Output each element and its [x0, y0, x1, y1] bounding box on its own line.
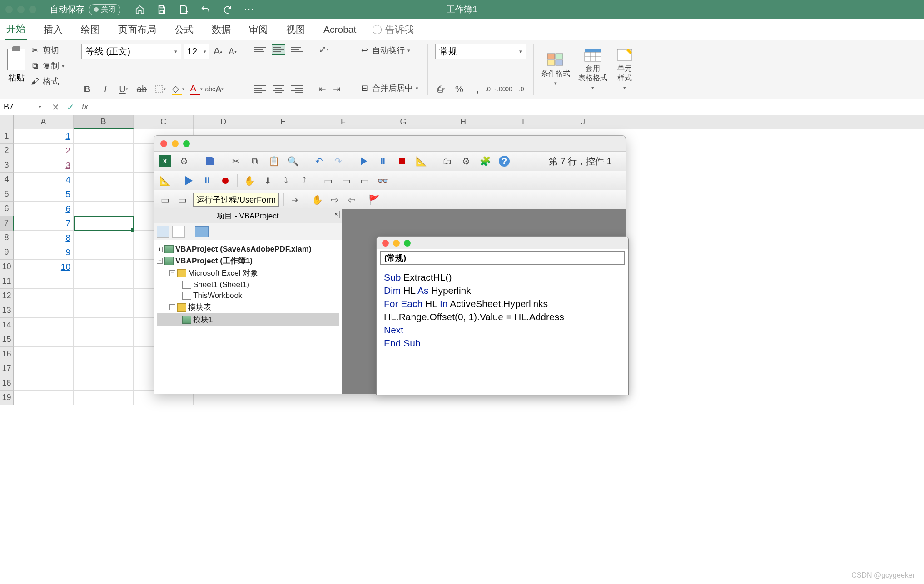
align-right-icon[interactable]	[290, 84, 303, 94]
cell[interactable]: 9	[14, 245, 74, 260]
col-header[interactable]: G	[373, 115, 433, 129]
col-header[interactable]: B	[74, 115, 134, 129]
close-window-icon[interactable]	[5, 6, 13, 13]
row-header[interactable]: 16	[0, 347, 14, 361]
bold-button[interactable]: B	[81, 83, 93, 95]
tab-formulas[interactable]: 公式	[173, 20, 195, 40]
cell[interactable]	[74, 158, 134, 173]
name-box[interactable]: B7▾	[0, 99, 45, 115]
cell[interactable]	[74, 245, 134, 260]
row-header[interactable]: 8	[0, 231, 14, 245]
cell-styles-button[interactable]: 单元 样式▾	[616, 48, 634, 91]
cut-icon[interactable]: ✂	[229, 155, 242, 168]
wrap-text-button[interactable]: ↩自动换行▾	[358, 44, 420, 57]
increase-indent-icon[interactable]: ⇥	[331, 83, 343, 95]
col-header[interactable]: H	[433, 115, 493, 129]
tab-home[interactable]: 开始	[5, 19, 27, 40]
row-header[interactable]: 15	[0, 332, 14, 347]
paste-icon[interactable]: 📋	[268, 155, 280, 168]
bookmark-icon[interactable]: 🚩	[368, 193, 380, 206]
cell[interactable]	[74, 361, 134, 376]
redo-icon[interactable]	[221, 4, 233, 15]
cell[interactable]	[14, 332, 74, 347]
tree-sheet[interactable]: Sheet1 (Sheet1)	[157, 279, 339, 290]
col-header[interactable]: I	[493, 115, 553, 129]
cell[interactable]	[74, 391, 134, 405]
object-browser-icon[interactable]: 🧩	[479, 155, 492, 168]
row-header[interactable]: 14	[0, 318, 14, 332]
tree-project[interactable]: −VBAProject (工作簿1)	[157, 255, 339, 267]
project-explorer-icon[interactable]: 🗂	[441, 155, 453, 168]
toggle-breakpoint-icon[interactable]: ✋	[243, 174, 256, 187]
orientation-button[interactable]: ⤢▾	[318, 44, 330, 55]
cell[interactable]	[74, 144, 134, 158]
stop-icon[interactable]	[396, 155, 408, 168]
increase-font-icon[interactable]: A▴	[212, 45, 224, 57]
undo-icon[interactable]	[199, 4, 211, 15]
row-header[interactable]: 17	[0, 361, 14, 376]
row-header[interactable]: 13	[0, 303, 14, 318]
table-format-button[interactable]: 套用 表格格式▾	[578, 48, 607, 91]
col-header[interactable]: C	[134, 115, 194, 129]
tab-draw[interactable]: 绘图	[79, 20, 102, 40]
tab-data[interactable]: 数据	[210, 20, 233, 40]
conditional-format-button[interactable]: 条件格式▾	[541, 53, 570, 86]
cell[interactable]	[14, 376, 74, 391]
cell[interactable]: 8	[14, 231, 74, 245]
hand-icon[interactable]: ✋	[311, 193, 323, 206]
design-mode-icon[interactable]: 📐	[415, 155, 427, 168]
cell[interactable]	[74, 260, 134, 274]
autosave-switch[interactable]: 关闭	[89, 4, 120, 15]
cell[interactable]	[74, 129, 134, 144]
view-object-tab[interactable]	[172, 226, 185, 238]
tell-me-search[interactable]: 告诉我	[373, 23, 414, 36]
redo-icon[interactable]: ↷	[332, 155, 344, 168]
save-icon[interactable]	[156, 4, 168, 15]
col-header[interactable]: A	[14, 115, 74, 129]
cell[interactable]: 2	[14, 144, 74, 158]
run-icon[interactable]	[358, 155, 370, 168]
minimize-icon[interactable]	[172, 140, 179, 147]
col-header[interactable]: F	[313, 115, 373, 129]
font-name-select[interactable]: 等线 (正文)▾	[81, 44, 181, 59]
copy-icon[interactable]: ⧉	[248, 155, 261, 168]
indent-icon[interactable]: ⇥	[288, 193, 301, 206]
close-icon[interactable]	[382, 240, 389, 247]
tree-workbook[interactable]: ThisWorkbook	[157, 290, 339, 301]
row-header[interactable]: 18	[0, 376, 14, 391]
list-constants-icon[interactable]: ▭	[176, 193, 189, 206]
row-header[interactable]: 1	[0, 129, 14, 144]
font-size-select[interactable]: 12▾	[184, 44, 209, 59]
design-icon[interactable]: 📐	[159, 174, 171, 187]
locals-icon[interactable]: ▭	[322, 174, 334, 187]
percent-button[interactable]: %	[453, 83, 465, 95]
toggle-folders-icon[interactable]	[195, 226, 209, 237]
code-object-dropdown[interactable]: (常规)	[380, 251, 625, 265]
run-sub-icon[interactable]	[183, 174, 195, 187]
help-icon[interactable]: ?	[498, 155, 511, 168]
cell[interactable]: 3	[14, 158, 74, 173]
fx-icon[interactable]: fx	[82, 102, 88, 112]
comma-button[interactable]: ,	[472, 83, 483, 95]
close-icon[interactable]	[160, 140, 167, 147]
view-code-tab[interactable]	[157, 226, 169, 238]
copy-button[interactable]: ⧉复制▾	[28, 59, 66, 73]
cell[interactable]	[74, 173, 134, 187]
cut-button[interactable]: ✂剪切	[28, 44, 66, 57]
cell[interactable]	[74, 303, 134, 318]
align-bottom-icon[interactable]	[290, 44, 303, 55]
immediate-icon[interactable]: ▭	[340, 174, 353, 187]
pause-icon[interactable]: ⏸	[377, 155, 389, 168]
underline-button[interactable]: U▾	[118, 83, 129, 95]
col-header[interactable]: D	[194, 115, 253, 129]
cell[interactable]	[74, 202, 134, 216]
step-over-icon[interactable]: ⤵	[279, 174, 292, 187]
code-editor[interactable]: Sub ExtractHL()Dim HL As HyperlinkFor Ea…	[377, 267, 628, 355]
decrease-indent-icon[interactable]: ⇤	[316, 83, 328, 95]
cell[interactable]: 5	[14, 187, 74, 202]
row-header[interactable]: 4	[0, 173, 14, 187]
tab-acrobat[interactable]: Acrobat	[322, 20, 358, 39]
cell[interactable]	[14, 391, 74, 405]
cell[interactable]: 6	[14, 202, 74, 216]
italic-button[interactable]: I	[99, 83, 111, 95]
